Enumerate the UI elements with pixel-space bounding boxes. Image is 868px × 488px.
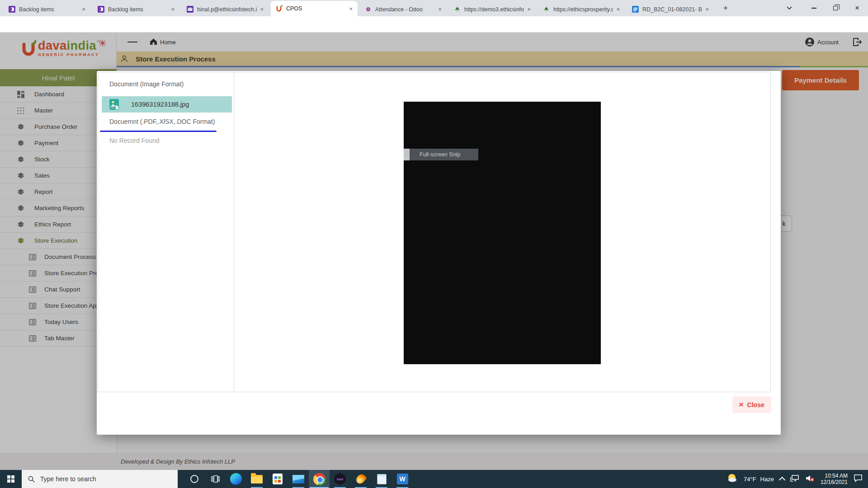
close-tab-icon[interactable]: ×: [170, 6, 176, 13]
snip-tooltip-bar: Full-screen Snip: [404, 149, 478, 160]
close-label: Close: [747, 401, 764, 408]
tab-backlog-items-2[interactable]: Backlog items ×: [93, 2, 179, 16]
search-icon: [28, 476, 35, 483]
modal-content-frame: Document (Image Format) JPG 163963192318…: [98, 72, 771, 392]
weather-icon[interactable]: [727, 473, 738, 485]
minimize-window-button[interactable]: [803, 0, 825, 16]
divider: [234, 72, 234, 392]
windows-taskbar: Type here to search nox W 74°F Haze 10:5…: [0, 470, 868, 488]
snip-tooltip-cap: [404, 149, 410, 160]
system-tray: 74°F Haze 10:54 AM 12/16/2021: [727, 473, 868, 485]
nox-player-icon[interactable]: nox: [330, 470, 350, 488]
tab-title: Backlog items: [19, 6, 79, 13]
azure-devops-icon: [8, 6, 15, 13]
search-placeholder: Type here to search: [40, 475, 96, 483]
tray-chevron-icon[interactable]: [779, 477, 785, 483]
tab-backlog-items-1[interactable]: Backlog items ×: [4, 2, 90, 16]
close-tab-icon[interactable]: ×: [615, 6, 621, 13]
ethics-site-icon: [453, 6, 461, 13]
jpg-file-icon: JPG: [109, 99, 119, 110]
tab-cpos-active[interactable]: CPOS ×: [271, 1, 358, 16]
restore-window-button[interactable]: [825, 0, 846, 16]
tab-title: https://ethicsprosperity.co: [553, 6, 613, 13]
image-format-section-label: Document (Image Format): [109, 80, 184, 88]
close-tab-icon[interactable]: ×: [526, 6, 532, 13]
weather-temp[interactable]: 74°F: [744, 476, 756, 483]
section-underline: [100, 131, 217, 132]
tab-title: RD_B2C_01-082021- B2C A: [642, 6, 702, 13]
tab-title: https://demo3.ethicsinfote: [464, 6, 524, 13]
clock[interactable]: 10:54 AM 12/16/2021: [821, 473, 848, 485]
tab-title: Backlog items: [108, 6, 168, 13]
mail-icon: [186, 6, 193, 13]
volume-muted-icon[interactable]: [805, 474, 815, 484]
doc-format-section-label: Docuemnt (.PDF,.XlSX,.DOC Format): [109, 118, 215, 125]
weather-desc[interactable]: Haze: [760, 476, 774, 483]
action-center-icon[interactable]: [854, 474, 863, 484]
tab-title: CPOS: [286, 5, 346, 12]
new-tab-button[interactable]: +: [720, 3, 731, 14]
tab-word-doc[interactable]: RD_B2C_01-082021- B2C A ×: [627, 2, 714, 16]
cortana-icon[interactable]: [184, 470, 205, 488]
network-icon[interactable]: [790, 474, 799, 484]
close-window-button[interactable]: ×: [846, 0, 868, 16]
davaindia-favicon: [275, 5, 283, 12]
tab-title: hinal.p@ethicsinfotech.in -: [197, 6, 257, 13]
tab-title: Attendance - Odoo: [375, 6, 435, 13]
close-tab-icon[interactable]: ×: [348, 5, 354, 12]
flame-app-icon[interactable]: [350, 470, 371, 488]
tab-mail[interactable]: hinal.p@ethicsinfotech.in - ×: [182, 2, 269, 16]
snip-tooltip-text: Full-screen Snip: [420, 151, 460, 158]
tab-search-chevron[interactable]: [778, 0, 800, 16]
task-view-icon[interactable]: [205, 470, 226, 488]
word-icon[interactable]: W: [392, 470, 413, 488]
close-tab-icon[interactable]: ×: [437, 6, 443, 13]
screen: Backlog items × Backlog items × hinal.p@…: [0, 0, 868, 488]
odoo-icon: [364, 6, 372, 13]
browser-toolbar: ← → ⚠ Not secure 115.124.111.238:8086 /s…: [0, 16, 868, 33]
tab-ethicsprosperity[interactable]: https://ethicsprosperity.co ×: [538, 2, 625, 16]
tray-time: 10:54 AM: [821, 473, 848, 479]
notepad-icon[interactable]: [371, 470, 392, 488]
document-process-modal: Document (Image Format) JPG 163963192318…: [97, 71, 781, 435]
close-tab-icon[interactable]: ×: [704, 6, 710, 13]
tab-attendance-odoo[interactable]: Attendance - Odoo ×: [360, 2, 447, 16]
ethics-site-icon: [542, 6, 550, 13]
close-tab-icon[interactable]: ×: [80, 6, 87, 13]
taskbar-search[interactable]: Type here to search: [22, 470, 178, 488]
word-document-icon: [632, 6, 639, 13]
image-file-name[interactable]: 1639631923188.jpg: [131, 101, 189, 108]
mail-app-icon[interactable]: [288, 470, 309, 488]
svg-text:JPG: JPG: [111, 107, 115, 109]
browser-tabstrip: Backlog items × Backlog items × hinal.p@…: [0, 0, 868, 16]
microsoft-store-icon[interactable]: [267, 470, 288, 488]
close-tab-icon[interactable]: ×: [259, 6, 265, 13]
image-file-row-selected[interactable]: JPG 1639631923188.jpg: [102, 96, 232, 113]
azure-devops-icon: [97, 6, 104, 13]
close-x-icon: ×: [739, 401, 744, 409]
edge-icon[interactable]: [226, 470, 246, 488]
tray-date: 12/16/2021: [821, 479, 848, 485]
file-explorer-icon[interactable]: [246, 470, 267, 488]
document-image-preview[interactable]: Full-screen Snip: [404, 102, 601, 364]
close-modal-button[interactable]: × Close: [732, 396, 771, 413]
chrome-icon[interactable]: [309, 470, 330, 488]
start-button[interactable]: [0, 470, 22, 488]
no-record-label: No Record Found: [109, 137, 160, 144]
tab-demo3[interactable]: https://demo3.ethicsinfote ×: [449, 2, 536, 16]
